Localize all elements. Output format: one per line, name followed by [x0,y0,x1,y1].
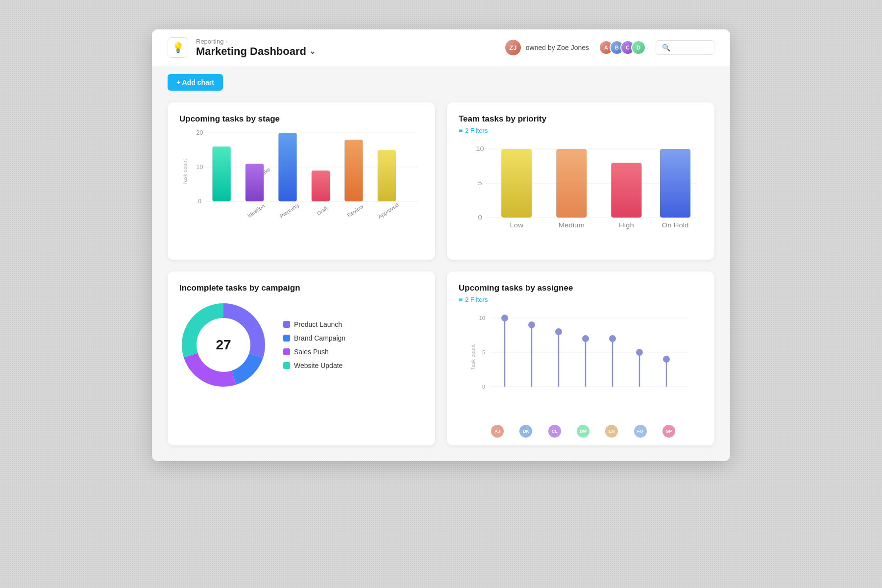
chevron-down-icon: ⌄ [309,47,316,56]
svg-text:Review: Review [346,203,365,218]
owner-text: owned by Zoe Jones [526,44,589,51]
svg-text:20: 20 [196,129,203,136]
filter-badge[interactable]: ≡ 2 Filters [459,126,488,134]
legend: Product Launch Brand Campaign Sales Push… [283,320,345,369]
page-title[interactable]: Marketing Dashboard ⌄ [196,45,316,58]
team-bar-chart-svg: 10 5 0 Low Medium High On Hold [459,144,703,252]
app-window: 💡 Reporting › Marketing Dashboard ⌄ ZJ o… [152,29,730,461]
svg-text:10: 10 [479,315,485,321]
search-box[interactable]: 🔍 [656,40,714,55]
incomplete-tasks-chart: Incomplete tasks by campaign [168,271,435,445]
svg-text:Low: Low [510,222,524,228]
search-icon: 🔍 [662,44,670,51]
assignee-avatars: AJ BK CL DM EN FO GP [459,425,703,438]
bar-chart-svg: 20 10 0 Task count Intake Ideation Plann… [179,128,423,236]
assignee-avatar: AJ [491,425,504,438]
owner-avatar: ZJ [505,40,521,55]
lollipop-svg: 10 5 0 Task count [459,313,703,411]
svg-point-56 [636,349,643,356]
svg-rect-7 [212,147,230,201]
assignee-avatar: GP [662,425,675,438]
svg-text:10: 10 [196,164,203,171]
assignee-avatar: EN [605,425,618,438]
svg-point-50 [555,328,562,335]
svg-text:10: 10 [476,146,484,152]
assignee-avatar: CL [548,425,561,438]
legend-item: Brand Campaign [283,334,345,342]
breadcrumb-area: Reporting › Marketing Dashboard ⌄ [196,38,316,58]
svg-text:5: 5 [478,180,482,186]
assignee-avatar: FO [634,425,647,438]
svg-text:0: 0 [478,214,482,220]
team-bar-chart-area: 10 5 0 Low Medium High On Hold [459,144,703,252]
svg-text:Planning: Planning [278,202,299,219]
svg-rect-9 [245,164,264,201]
svg-text:Approved: Approved [377,202,400,220]
donut-center-value: 27 [216,337,231,353]
svg-rect-13 [312,171,330,201]
bar-chart-area: 20 10 0 Task count Intake Ideation Plann… [179,128,423,236]
svg-rect-31 [660,149,690,218]
filter-icon: ≡ [459,126,463,134]
chart-title: Upcoming tasks by assignee [459,283,703,293]
svg-text:Task count: Task count [181,159,187,185]
svg-rect-27 [556,149,587,218]
header-left: 💡 Reporting › Marketing Dashboard ⌄ [168,37,316,58]
chart-title: Incomplete tasks by campaign [179,283,423,293]
svg-text:Task count: Task count [470,344,476,370]
upcoming-assignee-chart: Upcoming tasks by assignee ≡ 2 Filters 1… [447,271,714,445]
assignee-avatar: BK [519,425,532,438]
legend-color [283,348,290,355]
svg-point-46 [501,315,508,321]
dashboard-grid: Upcoming tasks by stage [152,98,730,461]
svg-rect-11 [278,133,296,201]
header: 💡 Reporting › Marketing Dashboard ⌄ ZJ o… [152,29,730,66]
filter-badge[interactable]: ≡ 2 Filters [459,295,488,303]
svg-text:5: 5 [482,349,485,355]
team-tasks-chart: Team tasks by priority ≡ 2 Filters [447,102,714,260]
assignee-avatar: DM [577,425,589,438]
chart-title: Upcoming tasks by stage [179,114,423,124]
svg-text:0: 0 [198,198,201,205]
svg-point-54 [609,335,616,342]
legend-item: Product Launch [283,320,345,328]
filter-icon: ≡ [459,295,463,303]
app-icon: 💡 [168,37,188,58]
add-chart-button[interactable]: + Add chart [168,74,223,91]
header-right: ZJ owned by Zoe Jones A B C D 🔍 [505,40,714,55]
svg-rect-15 [344,140,363,201]
owner-area: ZJ owned by Zoe Jones [505,40,589,55]
svg-text:Draft: Draft [316,205,329,217]
legend-color [283,335,290,342]
svg-text:Ideation: Ideation [246,203,266,219]
svg-rect-25 [501,149,532,218]
upcoming-tasks-chart: Upcoming tasks by stage [168,102,435,260]
svg-text:Medium: Medium [559,222,585,228]
svg-point-48 [528,321,535,328]
svg-text:High: High [619,222,634,228]
svg-rect-29 [611,163,641,218]
avatar-stack: A B C D [599,40,646,55]
chart-title: Team tasks by priority [459,114,703,124]
svg-point-52 [582,335,589,342]
avatar: D [631,40,646,55]
legend-color [283,362,290,369]
lollipop-area: 10 5 0 Task count [459,313,703,421]
svg-point-58 [663,356,670,363]
legend-item: Sales Push [283,348,345,356]
svg-text:0: 0 [482,384,485,390]
donut-area: 27 Product Launch Brand Campaign Sales P… [179,301,423,393]
toolbar: + Add chart [152,66,730,98]
donut-container: 27 [179,301,268,389]
svg-text:On Hold: On Hold [662,222,689,228]
breadcrumb: Reporting › [196,38,316,45]
legend-item: Website Update [283,362,345,369]
legend-color [283,321,290,328]
svg-rect-17 [378,150,396,201]
